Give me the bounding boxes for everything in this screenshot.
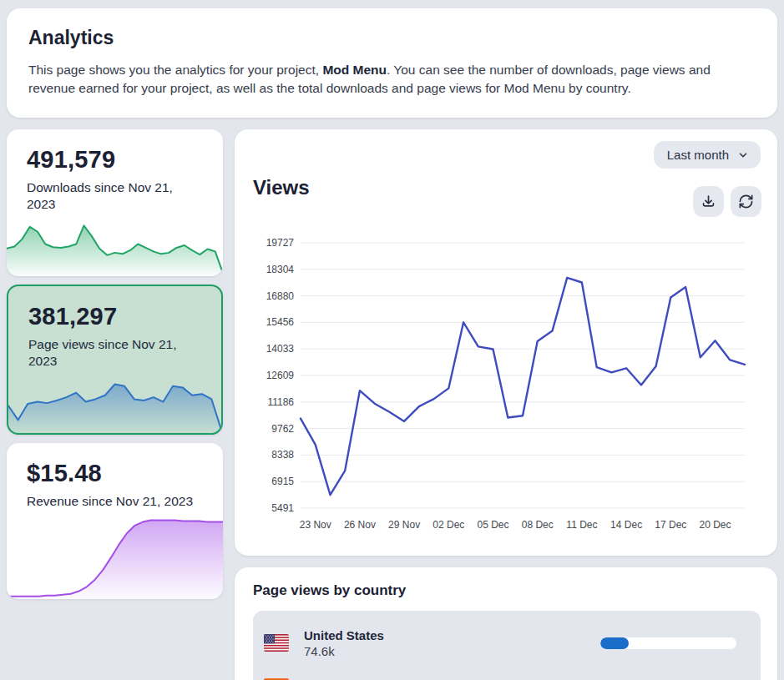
us-flag-icon [264, 634, 289, 652]
svg-text:29 Nov: 29 Nov [388, 519, 420, 531]
downloads-value: 491,579 [27, 146, 205, 174]
page-title: Analytics [28, 27, 756, 49]
views-line-chart: 5491691583389762111861260914033154561688… [235, 221, 772, 548]
download-icon [701, 194, 716, 209]
country-row-united-states: United States 74.6k [264, 621, 752, 665]
svg-text:20 Dec: 20 Dec [700, 519, 731, 531]
chevron-down-icon [737, 149, 749, 161]
svg-text:05 Dec: 05 Dec [478, 519, 509, 531]
chart-title: Views [253, 176, 310, 199]
country-card-title: Page views by country [253, 582, 761, 599]
svg-text:19727: 19727 [266, 237, 295, 249]
date-range-label: Last month [667, 148, 729, 162]
svg-text:5491: 5491 [271, 502, 294, 514]
views-chart-card: Last month Views [235, 129, 777, 556]
svg-text:14033: 14033 [266, 343, 295, 355]
svg-text:6915: 6915 [271, 476, 294, 487]
svg-text:8338: 8338 [271, 449, 294, 461]
svg-text:08 Dec: 08 Dec [522, 519, 554, 531]
project-name: Mod Menu [322, 63, 387, 77]
country-name: United States [304, 628, 384, 642]
svg-text:23 Nov: 23 Nov [300, 519, 331, 531]
svg-text:11 Dec: 11 Dec [566, 519, 597, 531]
page-views-value: 381,297 [28, 303, 203, 330]
svg-text:15456: 15456 [266, 316, 295, 328]
svg-text:11186: 11186 [267, 396, 294, 408]
date-range-dropdown[interactable]: Last month [654, 141, 761, 169]
country-bar-fill [600, 637, 629, 649]
stat-card-page-views[interactable]: 381,297 Page views since Nov 21, 2023 [7, 285, 223, 435]
svg-text:17 Dec: 17 Dec [655, 519, 686, 531]
country-value: 74.6k [304, 644, 384, 658]
svg-text:26 Nov: 26 Nov [344, 519, 376, 531]
svg-text:12609: 12609 [266, 370, 295, 381]
svg-text:18304: 18304 [266, 264, 295, 275]
page-description: This page shows you the analytics for yo… [28, 61, 756, 98]
svg-text:02 Dec: 02 Dec [432, 519, 464, 531]
page-views-label: Page views since Nov 21, 2023 [28, 336, 200, 370]
revenue-label: Revenue since Nov 21, 2023 [27, 493, 198, 510]
revenue-sparkline [7, 511, 223, 599]
downloads-sparkline [7, 214, 223, 276]
svg-text:14 Dec: 14 Dec [610, 519, 642, 531]
revenue-value: $15.48 [27, 460, 205, 487]
country-bar-track [600, 637, 736, 649]
page-views-sparkline [8, 368, 221, 433]
refresh-chart-button[interactable] [731, 186, 761, 217]
downloads-label: Downloads since Nov 21, 2023 [27, 179, 198, 214]
stat-card-revenue[interactable]: $15.48 Revenue since Nov 21, 2023 [7, 443, 223, 599]
refresh-icon [738, 194, 754, 209]
country-list: United States 74.6k [253, 611, 761, 680]
page-header-card: Analytics This page shows you the analyt… [7, 8, 777, 118]
svg-text:9762: 9762 [271, 423, 294, 435]
main-column: Last month Views [235, 129, 777, 680]
analytics-page: Analytics This page shows you the analyt… [0, 0, 784, 680]
svg-text:16880: 16880 [266, 290, 295, 302]
country-views-card: Page views by country [235, 567, 777, 680]
download-chart-button[interactable] [693, 186, 724, 217]
stat-card-downloads[interactable]: 491,579 Downloads since Nov 21, 2023 [7, 129, 223, 276]
stats-column: 491,579 Downloads since Nov 21, 2023 381… [7, 129, 223, 599]
country-row-india: India [264, 665, 752, 680]
